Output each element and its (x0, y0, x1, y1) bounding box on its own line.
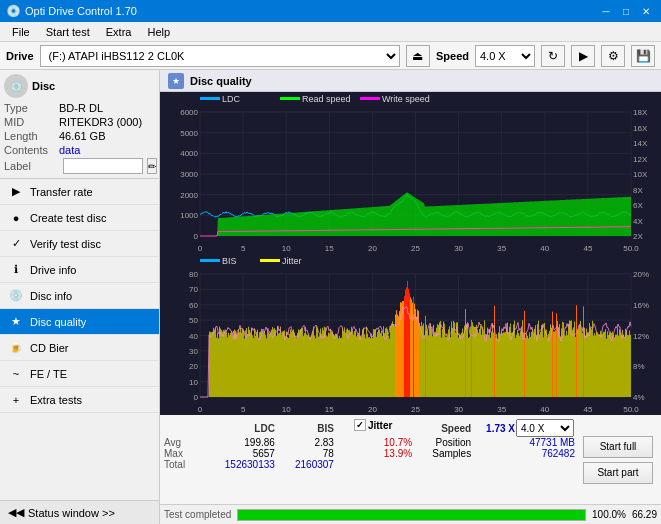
disc-quality-icon: ★ (8, 314, 24, 330)
charts-area (160, 92, 661, 414)
avg-jitter: 10.7% (354, 437, 412, 448)
contents-key: Contents (4, 144, 59, 156)
avg-ldc: 199.86 (199, 437, 275, 448)
create-test-disc-icon: ● (8, 210, 24, 226)
eject-button[interactable]: ⏏ (406, 45, 430, 67)
minimize-button[interactable]: ─ (597, 3, 615, 19)
chart-bis-canvas (160, 254, 661, 415)
jitter-col-label: Jitter (368, 420, 392, 431)
disc-quality-header: ★ Disc quality (160, 70, 661, 92)
mid-val: RITEKDR3 (000) (59, 116, 142, 128)
nav-extra-tests-label: Extra tests (30, 394, 82, 406)
stats-table-area: LDC BIS ✓ Jitter Speed 1.73 X 4 (164, 419, 575, 500)
disc-section: 💿 Disc Type BD-R DL MID RITEKDR3 (000) L… (0, 70, 159, 179)
status-window-button[interactable]: ◀◀ Status window >> (0, 500, 159, 524)
col-bis: BIS (275, 419, 334, 437)
nav-verify-test-disc[interactable]: ✓ Verify test disc (0, 231, 159, 257)
menu-extra[interactable]: Extra (98, 24, 140, 40)
stats-table: LDC BIS ✓ Jitter Speed 1.73 X 4 (164, 419, 575, 470)
verify-test-disc-icon: ✓ (8, 236, 24, 252)
nav-fe-te[interactable]: ~ FE / TE (0, 361, 159, 387)
chart-ldc-canvas (160, 92, 661, 254)
stats-avg-row: Avg 199.86 2.83 10.7% Position 47731 MB (164, 437, 575, 448)
max-jitter: 13.9% (354, 448, 412, 459)
avg-bis: 2.83 (275, 437, 334, 448)
speed-select[interactable]: 4.0 X (475, 45, 535, 67)
start-part-button[interactable]: Start part (583, 462, 653, 484)
label-key: Label (4, 160, 59, 172)
max-label: Max (164, 448, 199, 459)
refresh-button[interactable]: ↻ (541, 45, 565, 67)
disc-length-row: Length 46.61 GB (4, 130, 155, 142)
nav-items: ▶ Transfer rate ● Create test disc ✓ Ver… (0, 179, 159, 500)
nav-disc-quality[interactable]: ★ Disc quality (0, 309, 159, 335)
max-bis: 78 (275, 448, 334, 459)
drive-label: Drive (6, 50, 34, 62)
nav-drive-info[interactable]: ℹ Drive info (0, 257, 159, 283)
col-speed-val: 1.73 X (471, 419, 515, 437)
disc-contents-row: Contents data (4, 144, 155, 156)
stats-total-row: Total 152630133 2160307 (164, 459, 575, 470)
samples-label: Samples (412, 448, 471, 459)
avg-label: Avg (164, 437, 199, 448)
status-window-label: Status window >> (28, 507, 115, 519)
type-val: BD-R DL (59, 102, 103, 114)
fe-te-icon: ~ (8, 366, 24, 382)
progress-bar (237, 509, 586, 521)
col-speed-label: Speed (412, 419, 471, 437)
test-button[interactable]: ▶ (571, 45, 595, 67)
stats-row: LDC BIS ✓ Jitter Speed 1.73 X 4 (160, 414, 661, 504)
nav-cd-bier[interactable]: 🍺 CD Bier (0, 335, 159, 361)
nav-disc-quality-label: Disc quality (30, 316, 86, 328)
nav-extra-tests[interactable]: + Extra tests (0, 387, 159, 413)
contents-val: data (59, 144, 80, 156)
total-ldc: 152630133 (199, 459, 275, 470)
config-button[interactable]: ⚙ (601, 45, 625, 67)
nav-create-test-disc-label: Create test disc (30, 212, 106, 224)
label-edit-button[interactable]: ✏ (147, 158, 157, 174)
disc-info-icon: 💿 (8, 288, 24, 304)
status-window-icon: ◀◀ (8, 506, 24, 519)
maximize-button[interactable]: □ (617, 3, 635, 19)
main-layout: 💿 Disc Type BD-R DL MID RITEKDR3 (000) L… (0, 70, 661, 524)
sidebar: 💿 Disc Type BD-R DL MID RITEKDR3 (000) L… (0, 70, 160, 524)
total-label: Total (164, 459, 199, 470)
nav-disc-info-label: Disc info (30, 290, 72, 302)
app-title: Opti Drive Control 1.70 (25, 5, 137, 17)
chart-top (160, 92, 661, 254)
extra-tests-icon: + (8, 392, 24, 408)
menu-file[interactable]: File (4, 24, 38, 40)
speed-select-stats[interactable]: 4.0 X (516, 419, 574, 437)
disc-header-label: Disc (32, 80, 55, 92)
nav-create-test-disc[interactable]: ● Create test disc (0, 205, 159, 231)
drive-info-icon: ℹ (8, 262, 24, 278)
disc-icon: 💿 (4, 74, 28, 98)
app-icon: 💿 (6, 4, 21, 18)
content-area: ★ Disc quality LDC (160, 70, 661, 524)
label-row: Label ✏ (4, 158, 155, 174)
nav-transfer-rate[interactable]: ▶ Transfer rate (0, 179, 159, 205)
position-val: 47731 MB (471, 437, 575, 448)
jitter-checkbox[interactable]: ✓ (354, 419, 366, 431)
total-bis: 2160307 (275, 459, 334, 470)
nav-transfer-rate-label: Transfer rate (30, 186, 93, 198)
status-bar: Test completed 100.0% 66.29 (160, 504, 661, 524)
disc-quality-header-icon: ★ (168, 73, 184, 89)
menu-help[interactable]: Help (139, 24, 178, 40)
cd-bier-icon: 🍺 (8, 340, 24, 356)
nav-disc-info[interactable]: 💿 Disc info (0, 283, 159, 309)
menu-bar: File Start test Extra Help (0, 22, 661, 42)
menu-start-test[interactable]: Start test (38, 24, 98, 40)
nav-fe-te-label: FE / TE (30, 368, 67, 380)
disc-mid-row: MID RITEKDR3 (000) (4, 116, 155, 128)
speed-label: Speed (436, 50, 469, 62)
mid-key: MID (4, 116, 59, 128)
close-button[interactable]: ✕ (637, 3, 655, 19)
max-ldc: 5657 (199, 448, 275, 459)
title-bar: 💿 Opti Drive Control 1.70 ─ □ ✕ (0, 0, 661, 22)
drive-select[interactable]: (F:) ATAPI iHBS112 2 CL0K (40, 45, 400, 67)
save-button[interactable]: 💾 (631, 45, 655, 67)
label-input[interactable] (63, 158, 143, 174)
drive-bar: Drive (F:) ATAPI iHBS112 2 CL0K ⏏ Speed … (0, 42, 661, 70)
start-full-button[interactable]: Start full (583, 436, 653, 458)
